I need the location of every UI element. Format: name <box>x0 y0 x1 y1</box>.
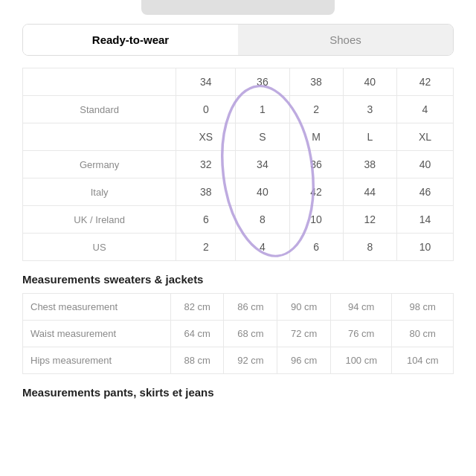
table-row: XS S M L XL <box>23 123 454 151</box>
tab-ready-to-wear[interactable]: Ready-to-wear <box>23 25 238 55</box>
table-row: Standard 0 1 2 3 4 <box>23 96 454 123</box>
table-row: Germany 32 34 36 38 40 <box>23 151 454 178</box>
pants-section-header: Measurements pants, skirts et jeans <box>22 386 454 399</box>
table-row: 34 36 38 40 42 <box>23 68 454 96</box>
top-bar <box>141 0 335 15</box>
sweater-section-header: Measurements sweaters & jackets <box>22 273 454 286</box>
table-row: UK / Ireland 6 8 10 12 14 <box>23 206 454 234</box>
size-table: 34 36 38 40 42 Standard 0 1 2 3 4 XS S M <box>22 68 454 261</box>
table-row: US 2 4 6 8 10 <box>23 234 454 261</box>
size-table-container: 34 36 38 40 42 Standard 0 1 2 3 4 XS S M <box>22 68 454 261</box>
table-row: Hips measurement 88 cm 92 cm 96 cm 100 c… <box>23 347 454 374</box>
tab-shoes[interactable]: Shoes <box>238 25 453 55</box>
sweater-measurement-table: Chest measurement 82 cm 86 cm 90 cm 94 c… <box>22 293 454 374</box>
table-row: Waist measurement 64 cm 68 cm 72 cm 76 c… <box>23 321 454 347</box>
table-row: Italy 38 40 42 44 46 <box>23 178 454 206</box>
tab-group: Ready-to-wear Shoes <box>22 24 454 56</box>
table-row: Chest measurement 82 cm 86 cm 90 cm 94 c… <box>23 294 454 321</box>
